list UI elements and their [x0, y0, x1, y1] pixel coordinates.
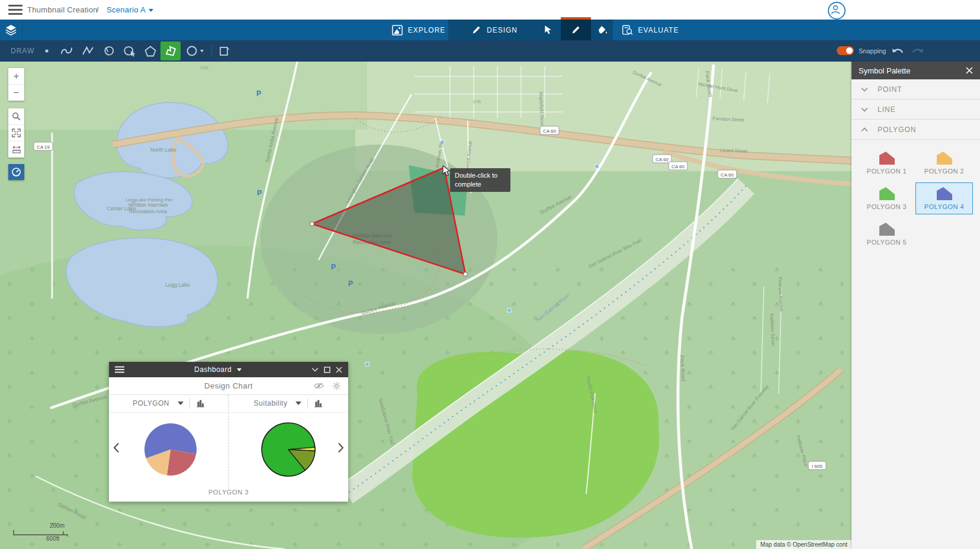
draw-tool-button[interactable]	[561, 20, 591, 40]
polygon-swatch-grid: POLYGON 1 POLYGON 2 POLYGON 3 POLYGON 4 …	[852, 140, 980, 250]
svg-text:I 605: I 605	[812, 464, 822, 469]
draw-point-tool[interactable]	[37, 41, 57, 60]
dashboard-launcher-button[interactable]	[8, 164, 24, 180]
redo-button[interactable]	[908, 43, 928, 62]
swatch-polygon-2[interactable]: POLYGON 2	[915, 147, 973, 179]
draw-toolbar: DRAW	[0, 40, 980, 62]
swatch-polygon-4-selected[interactable]: POLYGON 4	[915, 182, 973, 214]
symbol-palette-header: Symbol Palette	[852, 62, 980, 79]
chart-footer-label: POLYGON 3	[109, 489, 348, 496]
close-icon[interactable]	[966, 67, 973, 74]
reshape-icon	[219, 46, 230, 57]
polygon-pie-chart[interactable]	[143, 422, 198, 477]
section-line[interactable]: LINE	[852, 99, 980, 120]
right-chart-field-select[interactable]: Suitability	[254, 399, 302, 407]
carousel-prev-button[interactable]	[113, 442, 120, 453]
vertex-handle[interactable]	[310, 222, 314, 226]
section-line-label: LINE	[878, 105, 896, 114]
cursor-icon	[544, 25, 553, 35]
draw-polygon-outline-tool[interactable]	[140, 41, 160, 60]
measure-button[interactable]	[8, 142, 24, 158]
user-avatar[interactable]	[828, 2, 846, 20]
full-extent-button[interactable]	[8, 125, 24, 142]
chevron-down-icon	[861, 87, 868, 92]
draw-toolbar-label: DRAW	[11, 47, 34, 55]
gear-icon[interactable]	[332, 381, 341, 390]
draw-freehand-area-tool[interactable]	[99, 41, 119, 60]
snapping-toggle[interactable]	[837, 46, 854, 55]
tab-design[interactable]: DESIGN	[453, 20, 536, 40]
close-icon[interactable]	[336, 367, 342, 373]
edit-shape-tool[interactable]	[214, 41, 234, 60]
dashboard-titlebar[interactable]: Dashboard	[109, 362, 348, 377]
draw-curve-tool[interactable]	[57, 41, 77, 60]
draw-polyline-tool[interactable]	[78, 41, 98, 60]
fill-tool-button[interactable]	[591, 20, 615, 40]
bar-chart-icon[interactable]	[196, 400, 205, 407]
polygon-swatch-icon	[879, 187, 895, 200]
tab-design-label: DESIGN	[487, 26, 518, 34]
tab-explore-label: EXPLORE	[408, 26, 446, 34]
mouse-cursor	[442, 165, 452, 177]
section-polygon-label: POLYGON	[878, 126, 916, 134]
swatch-polygon-5[interactable]: POLYGON 5	[858, 218, 915, 250]
svg-text:CA 60: CA 60	[721, 172, 734, 178]
dashboard-menu-icon[interactable]	[115, 366, 124, 373]
right-chart-controls: Suitability	[229, 394, 348, 413]
tab-evaluate[interactable]: EVALUATE	[615, 20, 686, 40]
undo-button[interactable]	[887, 43, 907, 62]
tab-explore[interactable]: EXPLORE	[389, 20, 448, 40]
svg-text:CA 60: CA 60	[543, 129, 556, 134]
zoom-control: + −	[8, 68, 24, 101]
swatch-polygon-3[interactable]: POLYGON 3	[858, 182, 915, 214]
draw-freehand-select-tool[interactable]	[120, 41, 140, 60]
scenario-selector[interactable]: Scenario A	[107, 5, 153, 14]
draw-polygon-tool-active[interactable]	[160, 41, 181, 60]
section-point[interactable]: POINT	[852, 79, 980, 99]
swatch-polygon-1[interactable]: POLYGON 1	[858, 147, 915, 179]
suitability-pie-chart[interactable]	[260, 421, 317, 478]
expand-arrows-icon	[12, 129, 21, 137]
dashboard-title[interactable]: Dashboard	[124, 365, 311, 374]
point-icon	[41, 45, 53, 57]
svg-text:Whittier Narrows: Whittier Narrows	[128, 202, 168, 208]
svg-text:North Lake: North Lake	[150, 147, 176, 153]
breadcrumb: Thumbnail Creation	[27, 5, 98, 14]
tab-evaluate-label: EVALUATE	[638, 26, 679, 34]
draw-circle-tool[interactable]	[182, 41, 207, 60]
section-polygon[interactable]: POLYGON	[852, 120, 980, 140]
bar-chart-icon[interactable]	[314, 400, 323, 407]
chevron-down-icon	[237, 368, 242, 371]
svg-text:Linard Street: Linard Street	[720, 147, 748, 154]
evaluate-report-icon	[622, 25, 633, 36]
left-chart-field-select[interactable]: POLYGON	[133, 399, 184, 407]
scale-line	[13, 529, 78, 537]
zoom-search-button[interactable]	[8, 108, 24, 125]
measure-icon	[12, 145, 21, 154]
vertex-handle[interactable]	[464, 272, 467, 276]
select-tool-button[interactable]	[536, 20, 561, 40]
freehand-cursor-icon	[123, 46, 136, 57]
map-attribution: Map data © OpenStreetMap cont	[756, 540, 852, 549]
zoom-in-button[interactable]: +	[8, 68, 24, 85]
app-menu-icon[interactable]	[8, 5, 23, 15]
left-chart-controls: POLYGON	[109, 394, 229, 413]
paint-bucket-icon	[597, 25, 608, 35]
svg-text:CA 19: CA 19	[37, 145, 50, 150]
collapse-icon[interactable]	[311, 367, 319, 372]
active-tool-indicator	[561, 17, 591, 20]
symbol-palette-title: Symbol Palette	[859, 66, 910, 75]
design-pencil-icon	[471, 25, 481, 35]
zoom-out-button[interactable]: −	[8, 85, 24, 101]
visibility-off-icon[interactable]	[314, 382, 324, 390]
maximize-icon[interactable]	[324, 367, 330, 373]
layers-button[interactable]	[0, 20, 23, 40]
polygon-swatch-icon	[937, 152, 952, 165]
draw-tooltip: Double-click to complete	[450, 168, 510, 192]
breadcrumb-separator: /	[97, 5, 99, 14]
scale-meters: 200m	[50, 522, 65, 529]
chevron-down-icon	[861, 107, 868, 112]
section-point-label: POINT	[878, 85, 902, 94]
redo-icon	[912, 47, 924, 57]
carousel-next-button[interactable]	[338, 442, 344, 453]
